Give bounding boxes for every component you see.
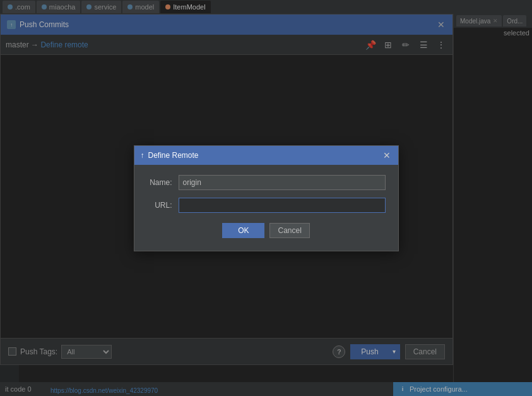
define-remote-close-button[interactable]: ✕ bbox=[382, 150, 392, 160]
ok-button[interactable]: OK bbox=[222, 223, 264, 238]
define-remote-icon: ↑ bbox=[141, 151, 145, 160]
define-remote-title-text: Define Remote bbox=[148, 151, 199, 160]
define-remote-cancel-button[interactable]: Cancel bbox=[269, 223, 309, 238]
name-field-row: Name: bbox=[147, 175, 386, 190]
dialog-buttons: OK Cancel bbox=[147, 220, 386, 243]
define-remote-dialog: ↑ Define Remote ✕ Name: URL: OK Cancel bbox=[134, 145, 399, 251]
define-remote-overlay: ↑ Define Remote ✕ Name: URL: OK Cancel bbox=[0, 0, 532, 396]
url-input[interactable] bbox=[179, 198, 386, 213]
name-input[interactable] bbox=[179, 175, 386, 190]
url-label: URL: bbox=[147, 201, 179, 210]
name-label: Name: bbox=[147, 178, 179, 187]
define-remote-body: Name: URL: OK Cancel bbox=[134, 165, 398, 251]
define-remote-title-bar: ↑ Define Remote ✕ bbox=[134, 146, 398, 165]
url-field-row: URL: bbox=[147, 198, 386, 213]
